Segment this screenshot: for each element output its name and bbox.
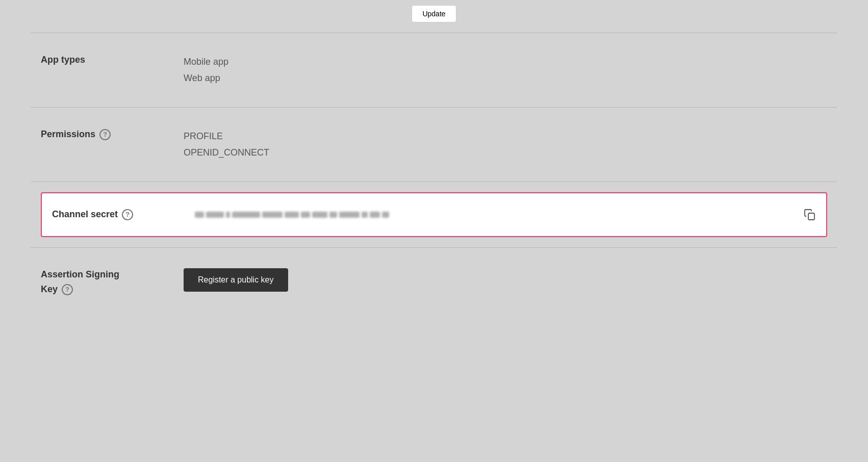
assertion-signing-key-section: Assertion Signing Key ? Register a publi… xyxy=(31,248,837,316)
channel-secret-value xyxy=(195,209,816,221)
permission-openid: OPENID_CONNECT xyxy=(184,144,827,161)
app-types-label-text: App types xyxy=(41,55,85,65)
channel-secret-blurred xyxy=(195,212,796,218)
app-types-label: App types xyxy=(41,54,184,65)
permissions-label-text: Permissions xyxy=(41,129,95,140)
assertion-label-line1: Assertion Signing xyxy=(41,269,119,280)
permissions-label: Permissions ? xyxy=(41,128,184,140)
permissions-help-icon[interactable]: ? xyxy=(99,129,111,140)
channel-secret-box: Channel secret ? xyxy=(41,192,827,237)
assertion-label-row2: Key ? xyxy=(41,284,73,295)
assertion-content: Register a public key xyxy=(184,268,827,292)
update-button[interactable]: Update xyxy=(412,5,456,22)
app-type-mobile: Mobile app xyxy=(184,54,827,70)
blur-segment-4 xyxy=(232,212,260,218)
blur-segment-1 xyxy=(195,212,204,218)
blur-segment-12 xyxy=(370,212,380,218)
blur-segment-5 xyxy=(262,212,283,218)
assertion-signing-key-label: Assertion Signing Key ? xyxy=(41,268,184,295)
permission-profile: PROFILE xyxy=(184,128,827,144)
blur-segment-10 xyxy=(339,212,360,218)
assertion-label-line2: Key xyxy=(41,284,58,295)
channel-secret-label-text: Channel secret xyxy=(52,209,118,220)
page-container: Update App types Mobile app Web app Perm… xyxy=(0,0,868,316)
assertion-label-row1: Assertion Signing xyxy=(41,269,119,280)
blur-segment-11 xyxy=(362,212,368,218)
permissions-content: PROFILE OPENID_CONNECT xyxy=(184,128,827,161)
app-types-content: Mobile app Web app xyxy=(184,54,827,87)
app-type-web: Web app xyxy=(184,70,827,86)
app-types-section: App types Mobile app Web app xyxy=(31,33,837,108)
blur-segment-2 xyxy=(206,212,224,218)
permissions-section: Permissions ? PROFILE OPENID_CONNECT xyxy=(31,108,837,182)
channel-secret-help-icon[interactable]: ? xyxy=(122,209,133,220)
svg-rect-0 xyxy=(808,213,814,220)
channel-secret-label: Channel secret ? xyxy=(52,209,195,220)
channel-secret-wrapper: Channel secret ? xyxy=(31,182,837,248)
register-public-key-button[interactable]: Register a public key xyxy=(184,268,288,292)
blur-segment-6 xyxy=(285,212,299,218)
blur-segment-8 xyxy=(312,212,327,218)
blur-segment-13 xyxy=(382,212,389,218)
blur-segment-7 xyxy=(301,212,310,218)
top-bar: Update xyxy=(31,0,837,33)
blur-segment-3 xyxy=(226,212,230,218)
assertion-help-icon[interactable]: ? xyxy=(62,284,73,295)
copy-icon[interactable] xyxy=(804,209,816,221)
blur-segment-9 xyxy=(329,212,337,218)
